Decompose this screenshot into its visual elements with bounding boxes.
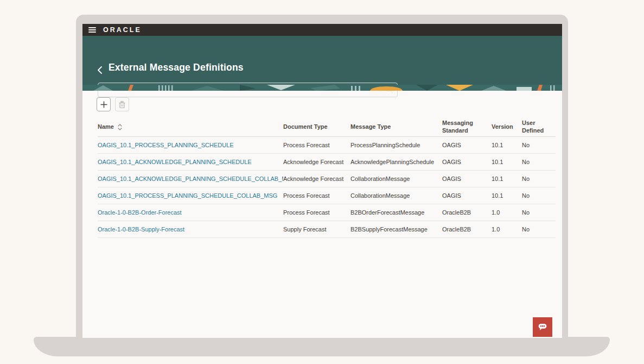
message-type-cell: CollaborationMessage	[350, 175, 442, 182]
version-cell: 1.0	[492, 209, 522, 216]
column-header-messaging-standard: Messaging Standard	[442, 120, 492, 135]
message-type-cell: AcknowledgePlanningSchedule	[350, 159, 442, 165]
document-type-cell: Process Forecast	[283, 192, 350, 199]
laptop-base	[34, 337, 610, 356]
hamburger-menu-icon[interactable]	[88, 27, 96, 33]
column-header-document-type: Document Type	[283, 123, 350, 131]
back-arrow-icon[interactable]	[97, 66, 104, 74]
version-cell: 10.1	[492, 159, 522, 165]
user-defined-cell: No	[522, 209, 556, 216]
column-header-user-defined: User Defined	[522, 120, 556, 135]
user-defined-cell: No	[522, 192, 556, 199]
messaging-standard-cell: OAGIS	[442, 142, 492, 148]
decorative-banner	[82, 85, 562, 91]
message-definition-link[interactable]: OAGIS_10.1_PROCESS_PLANNING_SCHEDULE_COL…	[98, 192, 277, 199]
message-type-cell: CollaborationMessage	[350, 192, 442, 199]
messaging-standard-cell: OAGIS	[442, 159, 492, 165]
user-defined-cell: No	[522, 142, 556, 148]
version-cell: 10.1	[492, 175, 522, 182]
user-defined-cell: No	[522, 159, 556, 165]
message-definition-link[interactable]: OAGIS_10.1_ACKNOWLEDGE_PLANNING_SCHEDULE	[98, 159, 252, 165]
message-definition-link[interactable]: Oracle-1-0-B2B-Order-Forecast	[98, 209, 182, 216]
message-type-cell: ProcessPlanningSchedule	[350, 142, 442, 148]
page-title: External Message Definitions	[109, 62, 244, 73]
document-type-cell: Supply Forecast	[283, 226, 350, 233]
message-definition-link[interactable]: OAGIS_10.1_PROCESS_PLANNING_SCHEDULE	[98, 142, 234, 148]
app-window: ORACLE External Message Definitions	[82, 24, 562, 338]
trash-icon	[118, 101, 126, 109]
message-definitions-table: Name Document Type Message Type Messagin…	[98, 117, 556, 238]
feedback-button[interactable]	[533, 317, 552, 337]
table-row: OAGIS_10.1_PROCESS_PLANNING_SCHEDULE Pro…	[98, 137, 556, 154]
table-row: OAGIS_10.1_PROCESS_PLANNING_SCHEDULE_COL…	[98, 187, 556, 204]
table-row: Oracle-1-0-B2B-Order-Forecast Process Fo…	[98, 204, 556, 221]
document-type-cell: Process Forecast	[283, 142, 350, 148]
user-defined-cell: No	[522, 175, 556, 182]
messaging-standard-cell: OracleB2B	[442, 226, 492, 233]
add-button[interactable]	[97, 97, 111, 111]
messaging-standard-cell: OAGIS	[442, 192, 492, 199]
table-row: OAGIS_10.1_ACKNOWLEDGE_PLANNING_SCHEDULE…	[98, 171, 556, 187]
version-cell: 10.1	[492, 192, 522, 199]
messaging-standard-cell: OracleB2B	[442, 209, 492, 216]
message-type-cell: B2BSupplyForecastMessage	[350, 226, 442, 233]
plus-icon	[100, 101, 108, 109]
document-type-cell: Process Forecast	[283, 209, 350, 216]
message-type-cell: B2BOrderForecastMessage	[350, 209, 442, 216]
document-type-cell: Acknowledge Forecast	[283, 175, 350, 182]
sort-icon[interactable]	[118, 124, 122, 130]
delete-button[interactable]	[115, 97, 129, 111]
version-cell: 1.0	[492, 226, 522, 233]
oracle-logo: ORACLE	[103, 27, 142, 34]
version-cell: 10.1	[492, 142, 522, 148]
document-type-cell: Acknowledge Forecast	[283, 159, 350, 165]
table-row: Oracle-1-0-B2B-Supply-Forecast Supply Fo…	[98, 221, 556, 238]
top-app-bar: ORACLE	[82, 24, 562, 36]
table-header-row: Name Document Type Message Type Messagin…	[98, 117, 556, 137]
message-definition-link[interactable]: Oracle-1-0-B2B-Supply-Forecast	[98, 226, 184, 233]
column-header-name[interactable]: Name	[98, 123, 283, 131]
page-header: External Message Definitions	[82, 36, 562, 85]
user-defined-cell: No	[522, 226, 556, 233]
messaging-standard-cell: OAGIS	[442, 175, 492, 182]
table-row: OAGIS_10.1_ACKNOWLEDGE_PLANNING_SCHEDULE…	[98, 154, 556, 171]
column-header-version: Version	[492, 123, 522, 131]
chat-bubble-icon	[536, 321, 549, 334]
column-header-message-type: Message Type	[350, 123, 442, 131]
laptop-screen-bezel: ORACLE External Message Definitions	[76, 15, 568, 338]
message-definition-link[interactable]: OAGIS_10.1_ACKNOWLEDGE_PLANNING_SCHEDULE…	[98, 175, 283, 182]
